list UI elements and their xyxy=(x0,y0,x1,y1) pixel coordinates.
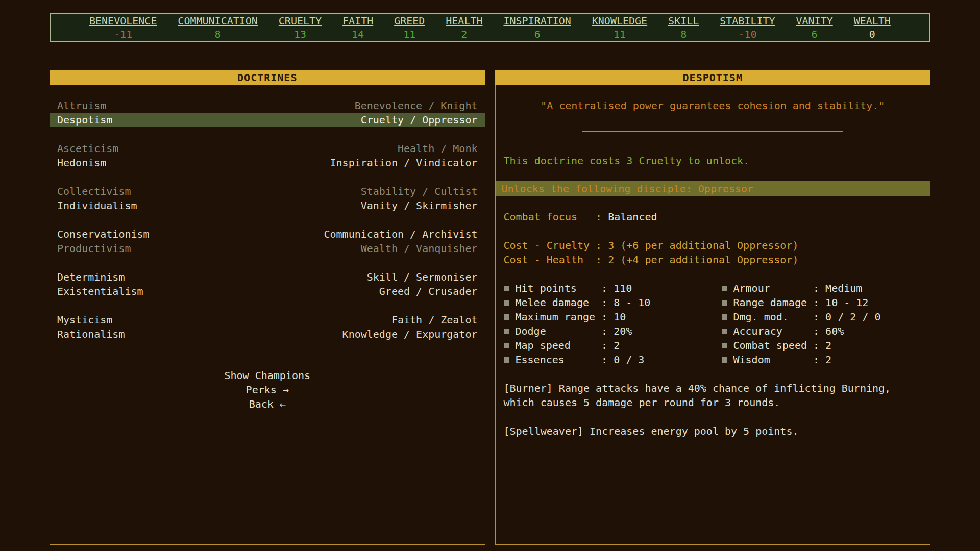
stat-name: FAITH xyxy=(342,14,373,28)
stat-label: Accuracy xyxy=(733,324,807,338)
doctrine-row[interactable]: Determinism Skill / Sermoniser xyxy=(50,270,485,284)
cost-cruelty-value: 3 (+6 per additional Oppressor) xyxy=(608,239,798,252)
stat-value: 13 xyxy=(294,28,306,41)
combat-focus-label: Combat focus xyxy=(504,210,590,224)
stat-stability: STABILITY -10 xyxy=(720,14,775,41)
separator xyxy=(590,211,608,223)
separator xyxy=(595,295,614,310)
doctrine-name: Despotism xyxy=(57,113,112,127)
stat-value: 11 xyxy=(403,28,415,41)
spacer xyxy=(50,127,485,141)
detail-panel-title: DESPOTISM xyxy=(495,70,931,85)
doctrine-name: Mysticism xyxy=(57,313,112,327)
stat-skill: SKILL 8 xyxy=(668,14,699,41)
stat-name: WEALTH xyxy=(854,14,891,28)
disciple-stats-grid: Hit points110 Melee damage8 - 10 Maximum… xyxy=(496,281,930,367)
doctrines-panel-body: Altruism Benevolence / Knight Despotism … xyxy=(50,85,485,544)
spacer xyxy=(50,170,485,184)
unlock-banner: Unlocks the following disciple: Oppresso… xyxy=(496,181,930,196)
stat-label: Essences xyxy=(516,353,596,367)
stat-value: 2 xyxy=(461,28,467,41)
show-champions-button[interactable]: Show Champions xyxy=(50,368,485,383)
doctrine-detail: Knowledge / Expurgator xyxy=(342,327,478,341)
stat-value: 2 xyxy=(614,338,620,353)
doctrine-name: Existentialism xyxy=(57,284,143,298)
stat-label: Dodge xyxy=(516,324,596,338)
stat-name: KNOWLEDGE xyxy=(592,14,647,28)
doctrine-row[interactable]: Existentialism Greed / Crusader xyxy=(50,284,485,298)
stat-value: 6 xyxy=(812,28,818,41)
doctrine-detail: Vanity / Skirmisher xyxy=(361,198,478,213)
stat-value: 2 xyxy=(825,338,831,353)
square-bullet-icon xyxy=(722,329,727,334)
stat-value: 8 - 10 xyxy=(614,295,650,310)
stat-row: Hit points110 xyxy=(504,281,722,295)
perks-button[interactable]: Perks → xyxy=(50,383,485,397)
doctrine-name: Collectivism xyxy=(57,184,131,198)
separator xyxy=(807,324,825,338)
separator xyxy=(595,310,614,324)
main-panels: DOCTRINES Altruism Benevolence / Knight … xyxy=(50,70,930,545)
stat-value: 11 xyxy=(614,28,626,41)
spacer xyxy=(50,298,485,313)
doctrine-detail: Stability / Cultist xyxy=(361,184,478,198)
doctrine-name: Asceticism xyxy=(57,141,118,156)
doctrine-quote: "A centralised power guarantees cohesion… xyxy=(496,98,930,113)
stat-name: VANITY xyxy=(796,14,832,28)
stat-value: Medium xyxy=(825,281,862,295)
unlock-cost-text: This doctrine costs 3 Cruelty to unlock. xyxy=(496,154,930,168)
stat-value: 14 xyxy=(352,28,364,41)
stat-name: STABILITY xyxy=(720,14,775,28)
stat-label: Hit points xyxy=(516,281,596,295)
doctrine-row[interactable]: Altruism Benevolence / Knight xyxy=(50,98,485,113)
doctrine-row[interactable]: Collectivism Stability / Cultist xyxy=(50,184,485,198)
square-bullet-icon xyxy=(504,300,509,306)
stat-value: 20% xyxy=(614,324,632,338)
cost-cruelty-line: Cost - Cruelty3 (+6 per additional Oppre… xyxy=(496,238,930,253)
stat-value: 10 xyxy=(614,310,626,324)
stat-row: Dodge20% xyxy=(504,324,722,338)
stat-row: Range damage10 - 12 xyxy=(722,295,922,310)
doctrine-row[interactable]: Productivism Wealth / Vanquisher xyxy=(50,241,485,256)
stat-value: 0 xyxy=(869,28,875,41)
doctrine-name: Productivism xyxy=(57,241,131,256)
separator xyxy=(590,254,608,266)
square-bullet-icon xyxy=(722,343,727,348)
combat-focus-line: Combat focusBalanced xyxy=(496,210,930,224)
quote-divider xyxy=(582,131,843,132)
doctrine-row[interactable]: Asceticism Health / Monk xyxy=(50,141,485,156)
square-bullet-icon xyxy=(722,314,727,320)
doctrine-row[interactable]: Hedonism Inspiration / Vindicator xyxy=(50,156,485,170)
separator xyxy=(595,281,614,295)
stat-value: 6 xyxy=(534,28,541,41)
stat-name: CRUELTY xyxy=(279,14,322,28)
stat-value: 60% xyxy=(825,324,844,338)
doctrine-detail: Cruelty / Oppressor xyxy=(361,113,478,127)
doctrine-row[interactable]: Individualism Vanity / Skirmisher xyxy=(50,198,485,213)
doctrine-name: Determinism xyxy=(57,270,125,284)
stats-bar: BENEVOLENCE -11 COMMUNICATION 8 CRUELTY … xyxy=(50,13,930,42)
stats-column-right: ArmourMedium Range damage10 - 12 Dmg. mo… xyxy=(722,281,922,367)
separator xyxy=(807,310,825,324)
doctrine-row[interactable]: Rationalism Knowledge / Expurgator xyxy=(50,327,485,341)
doctrine-row[interactable]: Mysticism Faith / Zealot xyxy=(50,313,485,327)
doctrine-name: Altruism xyxy=(57,98,106,113)
separator xyxy=(807,353,825,367)
doctrine-detail: Greed / Crusader xyxy=(379,284,478,298)
trait-spellweaver-text: [Spellweaver] Increases energy pool by 5… xyxy=(496,424,922,438)
cost-health-label: Cost - Health xyxy=(504,253,590,267)
doctrine-row[interactable]: Despotism Cruelty / Oppressor xyxy=(50,113,485,127)
back-button[interactable]: Back ← xyxy=(50,397,485,411)
doctrine-name: Individualism xyxy=(57,198,137,213)
stat-row: Melee damage8 - 10 xyxy=(504,295,722,310)
stat-vanity: VANITY 6 xyxy=(796,14,832,41)
stat-row: Dmg. mod.0 / 2 / 0 xyxy=(722,310,922,324)
square-bullet-icon xyxy=(504,357,509,363)
doctrine-detail: Faith / Zealot xyxy=(391,313,478,327)
spacer xyxy=(496,367,930,381)
doctrine-row[interactable]: Conservationism Communication / Archivis… xyxy=(50,227,485,241)
stat-name: HEALTH xyxy=(446,14,482,28)
doctrine-detail: Inspiration / Vindicator xyxy=(330,156,478,170)
separator xyxy=(590,239,608,252)
stats-column-left: Hit points110 Melee damage8 - 10 Maximum… xyxy=(504,281,722,367)
